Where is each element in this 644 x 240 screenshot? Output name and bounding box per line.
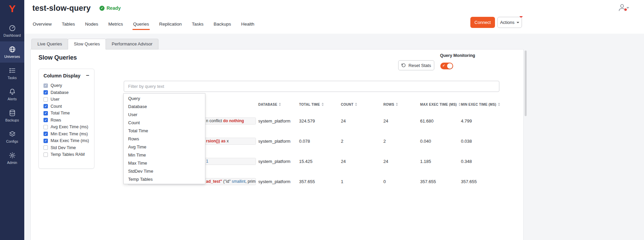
- dropdown-option-temp-tables[interactable]: Temp Tables: [124, 175, 205, 183]
- column-checkbox-database[interactable]: ✓ Database: [43, 89, 89, 96]
- alerts-icon: [8, 88, 16, 95]
- checkbox-label: User: [51, 97, 59, 102]
- column-checkbox-total-time[interactable]: ✓ Total Time: [43, 110, 89, 117]
- column-header-total-time[interactable]: TOTAL TIME: [299, 103, 341, 106]
- column-display-card: Column Display − ✓ Query ✓ Database User…: [38, 69, 94, 169]
- column-checkbox-query[interactable]: ✓ Query: [43, 82, 89, 89]
- yugabyte-logo-icon[interactable]: Y: [0, 0, 24, 18]
- rows-cell: 2: [383, 139, 420, 144]
- total-time-cell: 357.655: [299, 179, 341, 184]
- column-checkbox-temp-tables-ram[interactable]: Temp Tables RAM: [43, 151, 89, 158]
- column-header-count[interactable]: COUNT: [341, 103, 383, 106]
- checkbox-icon: ✓: [43, 111, 48, 115]
- check-icon: ✓: [442, 64, 445, 67]
- checkbox-label: Database: [51, 90, 69, 95]
- min-exec-time-cell: 0.348: [461, 159, 499, 164]
- user-menu[interactable]: [618, 3, 629, 13]
- checkbox-label: Rows: [51, 118, 61, 123]
- tab-health[interactable]: Health: [236, 16, 259, 34]
- dropdown-option-rows[interactable]: Rows: [124, 135, 205, 143]
- tab-metrics[interactable]: Metrics: [104, 16, 128, 34]
- sidebar-item-label: Alerts: [8, 97, 17, 101]
- column-checkbox-std-dev-time[interactable]: Std Dev Time: [43, 144, 89, 151]
- status-label: Ready: [107, 5, 121, 11]
- column-checkbox-count[interactable]: ✓ Count: [43, 103, 89, 110]
- tab-overview[interactable]: Overview: [28, 16, 56, 34]
- sidebar-item-admin[interactable]: Admin: [0, 147, 24, 169]
- dropdown-option-database[interactable]: Database: [124, 103, 205, 111]
- tab-tasks[interactable]: Tasks: [187, 16, 208, 34]
- dropdown-option-total-time[interactable]: Total Time: [124, 127, 205, 135]
- tab-tables[interactable]: Tables: [57, 16, 80, 34]
- column-checkbox-avg-exec-time-ms[interactable]: Avg Exec Time (ms): [43, 124, 89, 131]
- actions-label: Actions: [500, 20, 515, 25]
- checkbox-icon: [43, 97, 48, 102]
- column-checkbox-user[interactable]: User: [43, 96, 89, 103]
- column-header-min-exec-time-ms[interactable]: MIN EXEC TIME (MS): [461, 103, 499, 106]
- rows-cell: 24: [383, 118, 420, 124]
- total-time-cell: 15.425: [299, 159, 341, 164]
- dropdown-option-avg-time[interactable]: Avg Time: [124, 143, 205, 151]
- tab-nodes[interactable]: Nodes: [80, 16, 103, 34]
- checkbox-label: Total Time: [51, 111, 70, 115]
- chevron-down-icon: [626, 7, 629, 9]
- column-display-title: Column Display: [43, 73, 81, 78]
- sort-icon: [322, 103, 324, 106]
- scrollbar[interactable]: [525, 50, 527, 116]
- checkbox-label: Query: [51, 83, 62, 88]
- column-header-database[interactable]: DATABASE: [258, 103, 299, 106]
- page-title: test-slow-query: [32, 4, 91, 13]
- minus-icon[interactable]: −: [86, 73, 89, 78]
- dropdown-option-stddev-time[interactable]: StdDev Time: [124, 167, 205, 175]
- sidebar-nav: Dashboard Universes Tasks Alerts Backups…: [0, 20, 24, 169]
- reset-stats-button[interactable]: Reset Stats: [398, 60, 434, 70]
- user-notification-dot: [624, 8, 627, 11]
- sort-icon: [459, 103, 461, 106]
- tab-backups[interactable]: Backups: [209, 16, 236, 34]
- sidebar: Y Dashboard Universes Tasks Alerts Backu…: [0, 0, 24, 240]
- sidebar-item-label: Configs: [6, 139, 18, 143]
- sidebar-item-label: Universes: [4, 55, 20, 59]
- query-monitoring-toggle[interactable]: ✓: [440, 63, 453, 69]
- subtab-slow-queries[interactable]: Slow Queries: [68, 39, 106, 49]
- sidebar-item-alerts[interactable]: Alerts: [0, 84, 24, 105]
- checkbox-icon: [43, 145, 48, 150]
- subtab-performance-advisor[interactable]: Performance Advisor: [106, 39, 158, 49]
- dropdown-option-query[interactable]: Query: [124, 95, 205, 103]
- tab-replication[interactable]: Replication: [154, 16, 186, 34]
- filter-dropdown-menu: QueryDatabaseUserCountTotal TimeRowsAvg …: [123, 93, 205, 184]
- dropdown-option-min-time[interactable]: Min Time: [124, 151, 205, 159]
- total-time-cell: 0.078: [299, 139, 341, 144]
- dropdown-option-count[interactable]: Count: [124, 119, 205, 127]
- sidebar-item-backups[interactable]: Backups: [0, 105, 24, 126]
- tab-queries[interactable]: Queries: [128, 16, 154, 34]
- column-header-rows[interactable]: ROWS: [383, 103, 420, 106]
- total-time-cell: 324.579: [299, 118, 341, 124]
- subtab-live-queries[interactable]: Live Queries: [31, 39, 68, 49]
- column-checkbox-rows[interactable]: ✓ Rows: [43, 117, 89, 124]
- sidebar-item-configs[interactable]: Configs: [0, 126, 24, 147]
- column-checkbox-max-exec-time-ms[interactable]: ✓ Max Exec Time (ms): [43, 137, 89, 144]
- max-exec-time-cell: 1.185: [420, 159, 461, 164]
- sidebar-item-dashboard[interactable]: Dashboard: [0, 20, 24, 41]
- max-exec-time-cell: 0.040: [420, 139, 461, 144]
- sort-icon: [498, 103, 500, 106]
- sidebar-item-label: Tasks: [8, 76, 17, 80]
- sidebar-item-tasks[interactable]: Tasks: [0, 63, 24, 84]
- min-exec-time-cell: 0.038: [461, 139, 499, 144]
- connect-button[interactable]: Connect: [470, 17, 495, 28]
- sidebar-item-universes[interactable]: Universes: [0, 41, 24, 63]
- dropdown-option-user[interactable]: User: [124, 111, 205, 119]
- universe-tabbar: OverviewTablesNodesMetricsQueriesReplica…: [24, 16, 644, 34]
- query-filter-input[interactable]: [124, 81, 499, 92]
- checkbox-icon: [43, 152, 48, 157]
- actions-button[interactable]: Actions: [497, 17, 522, 28]
- column-checkbox-min-exec-time-ms[interactable]: ✓ Min Exec Time (ms): [43, 131, 89, 138]
- column-header-max-exec-time-ms[interactable]: MAX EXEC TIME (MS): [420, 103, 461, 106]
- checkbox-icon: ✓: [43, 104, 48, 108]
- dropdown-option-max-time[interactable]: Max Time: [124, 159, 205, 167]
- sidebar-item-label: Dashboard: [3, 33, 21, 37]
- max-exec-time-cell: 357.655: [420, 179, 461, 184]
- database-cell: system_platform: [258, 139, 299, 144]
- toggle-knob: [447, 63, 452, 69]
